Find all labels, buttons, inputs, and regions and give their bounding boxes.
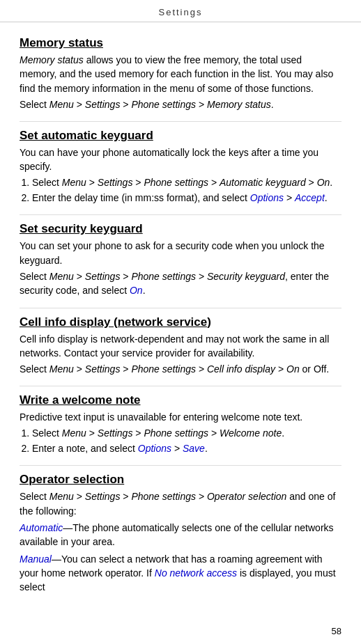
no-network-access-link: No network access: [155, 567, 237, 579]
nav-phone-settings-1: Phone settings: [131, 99, 196, 110]
section-operator-selection: Operator selection Select Menu > Setting…: [20, 473, 341, 594]
step-1-welcome-note: Select Menu > Settings > Phone settings …: [32, 426, 341, 440]
section-body-security-keyguard: You can set your phone to ask for a secu…: [20, 239, 341, 297]
link-memory-status: Memory status: [20, 54, 84, 65]
nav-settings-1: Settings: [85, 99, 121, 110]
nav-memory-status: Memory status: [207, 99, 271, 110]
section-body-cell-info: Cell info display is network-dependent a…: [20, 332, 341, 377]
divider-1: [20, 121, 341, 122]
divider-5: [20, 465, 341, 466]
section-body-operator-selection: Select Menu > Settings > Phone settings …: [20, 489, 341, 594]
section-title-welcome-note: Write a welcome note: [20, 393, 341, 407]
step-2-welcome-note: Enter a note, and select Options > Save.: [32, 441, 341, 455]
section-cell-info: Cell info display (network service) Cell…: [20, 315, 341, 377]
section-title-memory-status: Memory status: [20, 36, 341, 50]
automatic-option: Automatic: [20, 522, 63, 533]
steps-welcome-note: Select Menu > Settings > Phone settings …: [32, 426, 341, 456]
page-content: Memory status Memory status allows you t…: [0, 22, 361, 618]
section-body-welcome-note: Predictive text input is unavailable for…: [20, 410, 341, 455]
page-header: Settings: [0, 0, 361, 22]
section-title-cell-info: Cell info display (network service): [20, 315, 341, 329]
steps-automatic-keyguard: Select Menu > Settings > Phone settings …: [32, 175, 341, 205]
section-body-memory-status: Memory status allows you to view the fre…: [20, 53, 341, 111]
manual-option: Manual: [20, 553, 52, 565]
nav-menu-1: Menu: [49, 99, 74, 110]
section-automatic-keyguard: Set automatic keyguard You can have your…: [20, 129, 341, 205]
step-1-auto-keyguard: Select Menu > Settings > Phone settings …: [32, 175, 341, 189]
step-2-auto-keyguard: Enter the delay time (in mm:ss format), …: [32, 191, 341, 205]
section-memory-status: Memory status Memory status allows you t…: [20, 36, 341, 111]
section-security-keyguard: Set security keyguard You can set your p…: [20, 222, 341, 297]
divider-3: [20, 308, 341, 308]
section-body-automatic-keyguard: You can have your phone automatically lo…: [20, 146, 341, 205]
divider-2: [20, 214, 341, 215]
section-title-operator-selection: Operator selection: [20, 473, 341, 487]
section-welcome-note: Write a welcome note Predictive text inp…: [20, 393, 341, 455]
section-title-security-keyguard: Set security keyguard: [20, 222, 341, 236]
section-title-automatic-keyguard: Set automatic keyguard: [20, 129, 341, 143]
page-number: 58: [0, 620, 361, 636]
divider-4: [20, 386, 341, 386]
